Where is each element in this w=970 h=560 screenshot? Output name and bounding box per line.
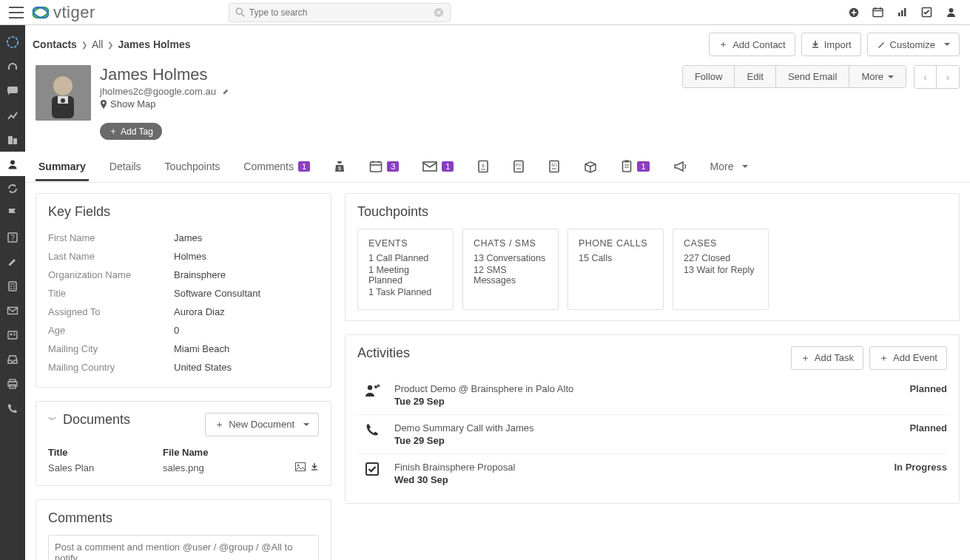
sidebar-chat-icon[interactable] bbox=[0, 78, 25, 103]
key-field-row: Organization NameBrainsphere bbox=[48, 266, 319, 284]
key-field-value: Software Consultant bbox=[174, 288, 260, 299]
activities-title: Activities bbox=[357, 345, 791, 361]
activity-status: In Progress bbox=[894, 462, 947, 473]
sidebar-help-icon[interactable]: ? bbox=[0, 225, 25, 249]
sidebar-flag-icon[interactable] bbox=[0, 200, 25, 225]
documents-card: ﹀ Documents ＋ New Document Title File Na… bbox=[36, 401, 331, 486]
document-row[interactable]: Sales Plan sales.png bbox=[48, 461, 319, 475]
meeting-icon bbox=[357, 383, 387, 398]
touchpoints-title: Touchpoints bbox=[357, 204, 947, 220]
tab-details[interactable]: Details bbox=[107, 152, 144, 181]
touchpoint-events[interactable]: EVENTS 1 Call Planned 1 Meeting Planned … bbox=[357, 229, 454, 310]
tab-campaign-icon[interactable] bbox=[670, 152, 690, 181]
user-icon[interactable] bbox=[946, 7, 957, 18]
tab-po-icon[interactable]: PO bbox=[510, 152, 528, 181]
tab-quote-icon[interactable]: $ bbox=[474, 152, 492, 181]
svg-rect-57 bbox=[623, 161, 631, 172]
touchpoint-chats[interactable]: CHATS / SMS 13 Conversations 12 SMS Mess… bbox=[462, 229, 559, 310]
add-task-button[interactable]: ＋Add Task bbox=[791, 346, 863, 370]
tab-doc-icon[interactable]: 1 bbox=[618, 152, 652, 181]
logo-text: vtiger bbox=[53, 3, 95, 22]
sidebar-home-icon[interactable] bbox=[0, 30, 25, 54]
tab-money-icon[interactable]: $ bbox=[331, 152, 348, 181]
prev-record-button[interactable]: ‹ bbox=[915, 66, 937, 88]
sidebar-org-icon[interactable] bbox=[0, 127, 25, 152]
col-title: Title bbox=[48, 447, 163, 458]
menu-icon[interactable] bbox=[6, 2, 27, 23]
sidebar-cycle-icon[interactable] bbox=[0, 176, 25, 200]
sidebar-inbox-icon[interactable] bbox=[0, 347, 25, 371]
tab-comments[interactable]: Comments 1 bbox=[240, 152, 313, 181]
tasks-icon[interactable] bbox=[921, 7, 932, 18]
plus-icon: ＋ bbox=[718, 38, 728, 51]
tab-more[interactable]: More bbox=[707, 152, 752, 181]
sidebar-calc-icon[interactable] bbox=[0, 274, 25, 298]
svg-rect-43 bbox=[371, 162, 382, 172]
key-field-label: Organization Name bbox=[48, 269, 174, 280]
activity-item[interactable]: Product Demo @ Brainsphere in Palo Alto … bbox=[357, 376, 947, 415]
add-icon[interactable] bbox=[849, 7, 859, 18]
key-field-row: Assigned ToAurora Diaz bbox=[48, 303, 319, 321]
documents-table: Title File Name Sales Plan sales.png bbox=[48, 444, 319, 475]
profile-actions: Follow Edit Send Email More ‹ › bbox=[682, 65, 960, 89]
key-field-label: Mailing City bbox=[48, 343, 174, 354]
sidebar-edit-icon[interactable] bbox=[0, 249, 25, 274]
chevron-down-icon[interactable]: ﹀ bbox=[48, 414, 57, 426]
sidebar-chart-icon[interactable] bbox=[0, 103, 25, 127]
calendar-icon[interactable] bbox=[872, 7, 883, 18]
tab-touchpoints[interactable]: Touchpoints bbox=[162, 152, 223, 181]
sidebar-mail-icon[interactable] bbox=[0, 298, 25, 323]
comment-input[interactable] bbox=[49, 536, 318, 560]
import-button[interactable]: Import bbox=[801, 33, 861, 56]
follow-button[interactable]: Follow bbox=[683, 66, 735, 87]
person-meta: James Holmes jholmes2c@google.com.au Sho… bbox=[100, 65, 230, 140]
activity-item[interactable]: Finish Brainsphere Proposal Wed 30 Sep I… bbox=[357, 454, 947, 493]
touchpoint-cases[interactable]: CASES 227 Closed 13 Wait for Reply bbox=[673, 229, 769, 310]
add-contact-button[interactable]: ＋ Add Contact bbox=[709, 33, 795, 56]
clear-search-icon[interactable] bbox=[434, 7, 444, 18]
tab-summary[interactable]: Summary bbox=[36, 152, 89, 181]
edit-button[interactable]: Edit bbox=[735, 66, 775, 87]
add-tag-button[interactable]: ＋ Add Tag bbox=[100, 123, 162, 140]
sidebar-phone-icon[interactable] bbox=[0, 396, 25, 420]
reports-icon[interactable] bbox=[897, 7, 908, 18]
search-input[interactable] bbox=[245, 7, 434, 18]
svg-point-15 bbox=[7, 36, 18, 47]
tab-calendar-icon[interactable]: 3 bbox=[366, 152, 402, 181]
edit-email-icon[interactable] bbox=[222, 87, 230, 95]
add-tag-row: ＋ Add Tag bbox=[100, 123, 230, 140]
new-document-button[interactable]: ＋ New Document bbox=[205, 413, 319, 436]
tab-box-icon[interactable] bbox=[581, 152, 600, 181]
send-email-button[interactable]: Send Email bbox=[776, 66, 849, 87]
sidebar-headset-icon[interactable] bbox=[0, 54, 25, 78]
logo[interactable]: vtiger bbox=[31, 3, 95, 22]
image-icon[interactable] bbox=[295, 462, 306, 473]
svg-point-68 bbox=[374, 385, 377, 388]
more-button[interactable]: More bbox=[849, 66, 906, 87]
task-icon bbox=[357, 462, 387, 476]
search-box[interactable] bbox=[229, 3, 451, 22]
download-icon[interactable] bbox=[310, 462, 319, 473]
key-field-row: Last NameHolmes bbox=[48, 247, 319, 266]
tab-mail-icon[interactable]: 1 bbox=[420, 153, 457, 180]
left-sidebar: ? bbox=[0, 25, 25, 560]
touchpoint-phone[interactable]: PHONE CALLS 15 Calls bbox=[567, 229, 664, 310]
activity-item[interactable]: Demo Summary Call with James Tue 29 Sep … bbox=[357, 415, 947, 454]
topbar: vtiger bbox=[0, 0, 970, 25]
add-event-button[interactable]: ＋Add Event bbox=[869, 346, 947, 370]
tab-so-icon[interactable]: SO bbox=[545, 152, 563, 181]
key-field-value: Miami Beach bbox=[174, 343, 229, 354]
show-map-link[interactable]: Show Map bbox=[100, 98, 230, 109]
person-email[interactable]: jholmes2c@google.com.au bbox=[100, 86, 216, 97]
sidebar-card-icon[interactable] bbox=[0, 323, 25, 347]
svg-rect-6 bbox=[873, 9, 883, 17]
sidebar-contacts-icon[interactable] bbox=[0, 152, 25, 176]
doc-title: Sales Plan bbox=[48, 462, 163, 473]
sidebar-print-icon[interactable] bbox=[0, 371, 25, 396]
svg-point-24 bbox=[10, 286, 12, 287]
next-record-button[interactable]: › bbox=[937, 66, 959, 88]
breadcrumb-all[interactable]: All bbox=[92, 38, 104, 50]
comments-badge: 1 bbox=[298, 161, 310, 172]
breadcrumb-module[interactable]: Contacts bbox=[33, 38, 77, 50]
customize-button[interactable]: Customize bbox=[867, 33, 960, 56]
